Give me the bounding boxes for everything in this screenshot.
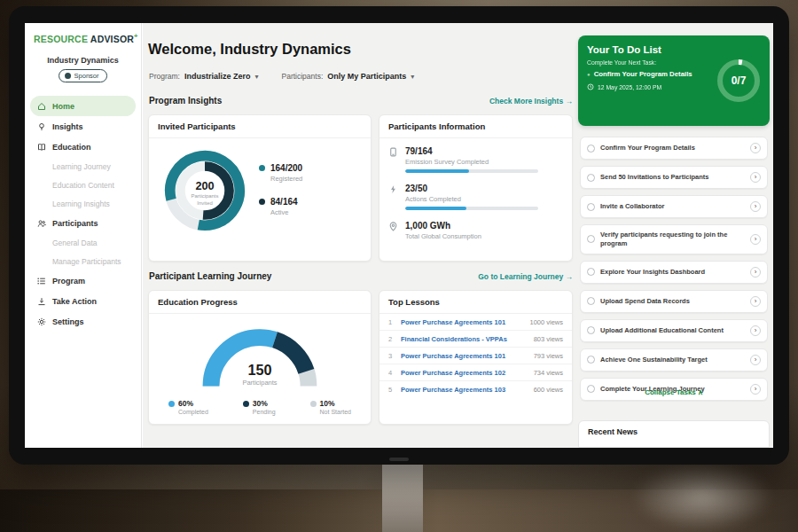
chevron-right-icon[interactable]: › bbox=[750, 234, 761, 245]
completed-dot bbox=[168, 401, 175, 407]
program-select[interactable]: Industrialize Zero bbox=[184, 72, 251, 81]
chevron-down-icon[interactable]: ▾ bbox=[254, 73, 258, 81]
lightning-icon bbox=[388, 184, 398, 194]
monitor-logo bbox=[389, 458, 409, 461]
learning-journey-header: Participant Learning Journey Go to Learn… bbox=[149, 271, 573, 281]
todo-next-task[interactable]: ● Confirm Your Program Details bbox=[587, 70, 711, 78]
participants-select[interactable]: Only My Participants bbox=[327, 72, 406, 81]
section-title: Participant Learning Journey bbox=[149, 271, 271, 281]
recent-news-header: Recent News bbox=[578, 420, 770, 448]
chevron-right-icon[interactable]: › bbox=[750, 325, 761, 336]
todo-progress-count: 0/7 bbox=[732, 74, 747, 87]
chevron-right-icon[interactable]: › bbox=[750, 296, 761, 307]
task-row[interactable]: Upload Additional Educational Content › bbox=[580, 319, 768, 342]
gear-icon bbox=[37, 317, 46, 326]
sidebar: RESOURCE ADVISOR+ Industry Dynamics Spon… bbox=[25, 23, 142, 448]
lightbulb-icon bbox=[37, 122, 46, 131]
sidebar-item-program[interactable]: Program bbox=[30, 270, 136, 291]
lesson-row[interactable]: 4 Power Purchase Agreements 102 734 view… bbox=[379, 364, 572, 381]
card-title: Invited Participants bbox=[149, 115, 371, 138]
task-row[interactable]: Explore Your Insights Dashboard › bbox=[580, 261, 768, 284]
clock-icon bbox=[587, 83, 594, 90]
task-checkbox[interactable] bbox=[587, 297, 595, 305]
task-checkbox[interactable] bbox=[587, 174, 595, 182]
sidebar-item-settings[interactable]: Settings bbox=[30, 311, 136, 332]
sidebar-nav: Home Insights Education Learning Journey… bbox=[30, 96, 136, 332]
sidebar-item-insights[interactable]: Insights bbox=[30, 116, 136, 137]
people-icon bbox=[37, 219, 46, 228]
lesson-link[interactable]: Financial Considerations - VPPAs bbox=[401, 335, 528, 343]
list-icon bbox=[37, 277, 46, 286]
card-title: Top Lessons bbox=[379, 291, 572, 314]
sidebar-item-learning-journey[interactable]: Learning Journey bbox=[30, 157, 136, 176]
lesson-row[interactable]: 5 Power Purchase Agreements 103 600 view… bbox=[379, 381, 572, 397]
consumption-stat: 1,000 GWh Total Global Consumption bbox=[388, 221, 563, 244]
task-row[interactable]: Verify participants requesting to join t… bbox=[580, 224, 768, 254]
sidebar-item-education-content[interactable]: Education Content bbox=[30, 176, 136, 194]
sponsor-icon bbox=[65, 73, 71, 79]
task-row[interactable]: Send 50 Invitations to Participants › bbox=[580, 166, 768, 189]
chevron-right-icon[interactable]: › bbox=[750, 355, 761, 365]
monitor-bezel: Welcome, Industry Dynamics Program: Indu… bbox=[9, 6, 789, 465]
lesson-link[interactable]: Power Purchase Agreements 102 bbox=[401, 369, 528, 377]
not-started-dot bbox=[310, 401, 317, 407]
task-row[interactable]: Achieve One Sustainability Target › bbox=[580, 348, 768, 372]
check-more-insights-link[interactable]: Check More Insights → bbox=[489, 97, 573, 106]
sidebar-item-home[interactable]: Home bbox=[30, 96, 136, 116]
chevron-right-icon[interactable]: › bbox=[750, 172, 761, 183]
donut-center-value: 200 bbox=[195, 179, 214, 192]
sidebar-item-participants[interactable]: Participants bbox=[30, 213, 136, 233]
task-checkbox[interactable] bbox=[587, 326, 595, 334]
legend-item-active: 84/164 Active bbox=[259, 197, 302, 216]
lesson-row[interactable]: 1 Power Purchase Agreements 101 1000 vie… bbox=[379, 314, 572, 331]
lesson-link[interactable]: Power Purchase Agreements 101 bbox=[401, 318, 524, 326]
chevron-right-icon[interactable]: › bbox=[750, 201, 761, 212]
arrow-right-icon: → bbox=[566, 272, 574, 281]
survey-icon bbox=[388, 147, 398, 157]
legend-item-completed: 60% Completed bbox=[168, 399, 208, 415]
sidebar-item-learning-insights[interactable]: Learning Insights bbox=[30, 194, 136, 213]
section-title: Program Insights bbox=[149, 96, 222, 106]
task-checkbox[interactable] bbox=[587, 356, 595, 364]
location-pin-icon bbox=[388, 222, 398, 231]
todo-panel: Your To Do List Complete Your Next Task:… bbox=[578, 23, 770, 448]
bullet-icon: ● bbox=[587, 72, 591, 77]
home-icon bbox=[37, 102, 46, 111]
todo-hero-card: Your To Do List Complete Your Next Task:… bbox=[578, 35, 770, 126]
task-row[interactable]: Upload Spend Data Records › bbox=[580, 290, 768, 313]
program-filter-label: Program: bbox=[149, 72, 180, 81]
download-arrow-icon bbox=[37, 297, 46, 306]
legend-item-pending: 30% Pending bbox=[243, 399, 276, 415]
participants-filter-label: Participants: bbox=[282, 72, 324, 81]
collapse-tasks-button[interactable]: Collapse Tasks ∧ bbox=[578, 388, 770, 396]
education-gauge-chart: 150 Participants bbox=[193, 317, 326, 397]
task-checkbox[interactable] bbox=[587, 203, 595, 211]
sidebar-item-take-action[interactable]: Take Action bbox=[30, 291, 136, 311]
lesson-link[interactable]: Power Purchase Agreements 101 bbox=[401, 352, 528, 360]
task-checkbox[interactable] bbox=[587, 235, 595, 243]
education-progress-card: Education Progress 150 Participants 60% … bbox=[148, 290, 372, 425]
participants-filter: Participants: Only My Participants ▾ bbox=[282, 72, 415, 81]
donut-center-label-1: Participants bbox=[192, 193, 219, 199]
task-checkbox[interactable] bbox=[587, 145, 595, 153]
chevron-right-icon[interactable]: › bbox=[750, 267, 761, 278]
desk-light-reflection bbox=[631, 461, 773, 532]
chevron-right-icon[interactable]: › bbox=[750, 143, 761, 153]
task-row[interactable]: Confirm Your Program Details › bbox=[580, 137, 768, 160]
legend-item-not-started: 10% Not Started bbox=[310, 399, 351, 415]
lesson-link[interactable]: Power Purchase Agreements 103 bbox=[401, 386, 528, 394]
lesson-row[interactable]: 2 Financial Considerations - VPPAs 803 v… bbox=[379, 331, 572, 348]
pending-dot bbox=[243, 401, 249, 407]
lesson-row[interactable]: 3 Power Purchase Agreements 101 793 view… bbox=[379, 348, 572, 364]
task-row[interactable]: Invite a Collaborator › bbox=[580, 195, 768, 218]
chevron-down-icon[interactable]: ▾ bbox=[411, 73, 414, 81]
go-to-learning-journey-link[interactable]: Go to Learning Journey → bbox=[478, 272, 573, 281]
sidebar-item-general-data[interactable]: General Data bbox=[30, 233, 136, 252]
todo-title: Your To Do List bbox=[587, 44, 761, 55]
task-checkbox[interactable] bbox=[587, 268, 595, 276]
sidebar-item-manage-participants[interactable]: Manage Participants bbox=[30, 252, 136, 270]
education-legend: 60% Completed 30% Pending 10% Not Starte… bbox=[158, 399, 362, 415]
task-list: Confirm Your Program Details › Send 50 I… bbox=[580, 137, 768, 401]
sidebar-item-education[interactable]: Education bbox=[30, 137, 136, 157]
invited-legend: 164/200 Registered 84/164 Active bbox=[259, 163, 302, 238]
